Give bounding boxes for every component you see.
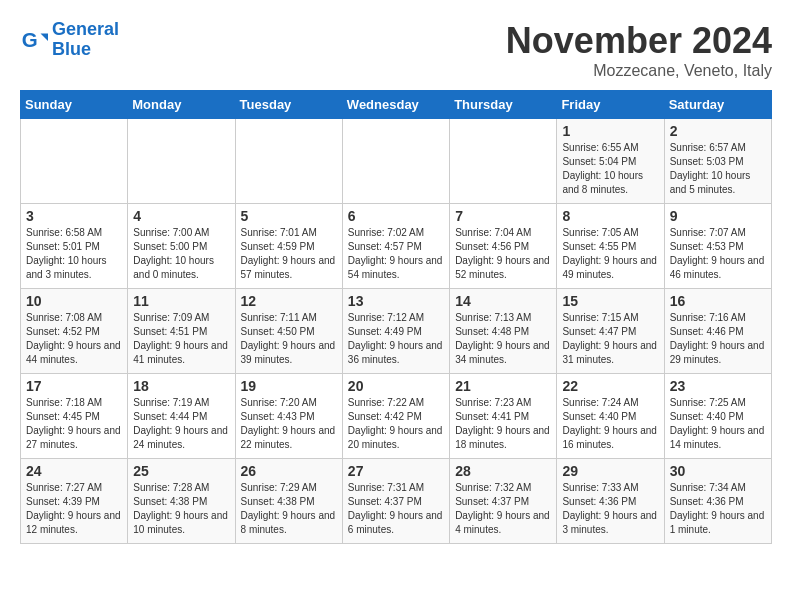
day-info: Sunrise: 7:07 AM Sunset: 4:53 PM Dayligh… [670, 226, 766, 282]
month-title: November 2024 [506, 20, 772, 62]
day-cell: 6Sunrise: 7:02 AM Sunset: 4:57 PM Daylig… [342, 204, 449, 289]
day-cell: 3Sunrise: 6:58 AM Sunset: 5:01 PM Daylig… [21, 204, 128, 289]
day-number: 5 [241, 208, 337, 224]
svg-marker-1 [41, 33, 48, 40]
day-number: 15 [562, 293, 658, 309]
day-number: 21 [455, 378, 551, 394]
day-number: 20 [348, 378, 444, 394]
day-info: Sunrise: 7:11 AM Sunset: 4:50 PM Dayligh… [241, 311, 337, 367]
day-info: Sunrise: 7:19 AM Sunset: 4:44 PM Dayligh… [133, 396, 229, 452]
week-row-5: 24Sunrise: 7:27 AM Sunset: 4:39 PM Dayli… [21, 459, 772, 544]
week-row-3: 10Sunrise: 7:08 AM Sunset: 4:52 PM Dayli… [21, 289, 772, 374]
day-info: Sunrise: 7:09 AM Sunset: 4:51 PM Dayligh… [133, 311, 229, 367]
col-header-saturday: Saturday [664, 91, 771, 119]
day-cell: 9Sunrise: 7:07 AM Sunset: 4:53 PM Daylig… [664, 204, 771, 289]
day-cell: 18Sunrise: 7:19 AM Sunset: 4:44 PM Dayli… [128, 374, 235, 459]
day-cell: 7Sunrise: 7:04 AM Sunset: 4:56 PM Daylig… [450, 204, 557, 289]
day-info: Sunrise: 7:18 AM Sunset: 4:45 PM Dayligh… [26, 396, 122, 452]
day-info: Sunrise: 7:04 AM Sunset: 4:56 PM Dayligh… [455, 226, 551, 282]
day-number: 25 [133, 463, 229, 479]
day-info: Sunrise: 7:32 AM Sunset: 4:37 PM Dayligh… [455, 481, 551, 537]
day-info: Sunrise: 7:33 AM Sunset: 4:36 PM Dayligh… [562, 481, 658, 537]
day-info: Sunrise: 7:13 AM Sunset: 4:48 PM Dayligh… [455, 311, 551, 367]
day-info: Sunrise: 7:01 AM Sunset: 4:59 PM Dayligh… [241, 226, 337, 282]
page-header: G General Blue November 2024 Mozzecane, … [20, 20, 772, 80]
day-cell: 13Sunrise: 7:12 AM Sunset: 4:49 PM Dayli… [342, 289, 449, 374]
day-cell: 17Sunrise: 7:18 AM Sunset: 4:45 PM Dayli… [21, 374, 128, 459]
week-row-2: 3Sunrise: 6:58 AM Sunset: 5:01 PM Daylig… [21, 204, 772, 289]
col-header-sunday: Sunday [21, 91, 128, 119]
day-cell: 21Sunrise: 7:23 AM Sunset: 4:41 PM Dayli… [450, 374, 557, 459]
day-cell: 20Sunrise: 7:22 AM Sunset: 4:42 PM Dayli… [342, 374, 449, 459]
svg-text:G: G [22, 27, 38, 50]
col-header-monday: Monday [128, 91, 235, 119]
day-info: Sunrise: 7:29 AM Sunset: 4:38 PM Dayligh… [241, 481, 337, 537]
day-info: Sunrise: 7:25 AM Sunset: 4:40 PM Dayligh… [670, 396, 766, 452]
day-cell: 23Sunrise: 7:25 AM Sunset: 4:40 PM Dayli… [664, 374, 771, 459]
day-number: 30 [670, 463, 766, 479]
day-number: 27 [348, 463, 444, 479]
day-info: Sunrise: 6:58 AM Sunset: 5:01 PM Dayligh… [26, 226, 122, 282]
week-row-1: 1Sunrise: 6:55 AM Sunset: 5:04 PM Daylig… [21, 119, 772, 204]
day-number: 10 [26, 293, 122, 309]
day-cell [235, 119, 342, 204]
col-header-wednesday: Wednesday [342, 91, 449, 119]
day-number: 24 [26, 463, 122, 479]
day-info: Sunrise: 7:05 AM Sunset: 4:55 PM Dayligh… [562, 226, 658, 282]
title-block: November 2024 Mozzecane, Veneto, Italy [506, 20, 772, 80]
day-info: Sunrise: 7:24 AM Sunset: 4:40 PM Dayligh… [562, 396, 658, 452]
day-cell: 15Sunrise: 7:15 AM Sunset: 4:47 PM Dayli… [557, 289, 664, 374]
day-number: 3 [26, 208, 122, 224]
day-number: 7 [455, 208, 551, 224]
day-cell: 5Sunrise: 7:01 AM Sunset: 4:59 PM Daylig… [235, 204, 342, 289]
day-info: Sunrise: 7:23 AM Sunset: 4:41 PM Dayligh… [455, 396, 551, 452]
day-cell: 16Sunrise: 7:16 AM Sunset: 4:46 PM Dayli… [664, 289, 771, 374]
day-cell: 26Sunrise: 7:29 AM Sunset: 4:38 PM Dayli… [235, 459, 342, 544]
day-number: 4 [133, 208, 229, 224]
day-cell: 19Sunrise: 7:20 AM Sunset: 4:43 PM Dayli… [235, 374, 342, 459]
day-info: Sunrise: 6:57 AM Sunset: 5:03 PM Dayligh… [670, 141, 766, 197]
day-cell: 29Sunrise: 7:33 AM Sunset: 4:36 PM Dayli… [557, 459, 664, 544]
day-cell [342, 119, 449, 204]
col-header-friday: Friday [557, 91, 664, 119]
location-subtitle: Mozzecane, Veneto, Italy [506, 62, 772, 80]
col-header-tuesday: Tuesday [235, 91, 342, 119]
day-cell: 2Sunrise: 6:57 AM Sunset: 5:03 PM Daylig… [664, 119, 771, 204]
week-row-4: 17Sunrise: 7:18 AM Sunset: 4:45 PM Dayli… [21, 374, 772, 459]
day-cell: 27Sunrise: 7:31 AM Sunset: 4:37 PM Dayli… [342, 459, 449, 544]
day-number: 1 [562, 123, 658, 139]
day-number: 12 [241, 293, 337, 309]
day-number: 11 [133, 293, 229, 309]
calendar-table: SundayMondayTuesdayWednesdayThursdayFrid… [20, 90, 772, 544]
day-info: Sunrise: 7:34 AM Sunset: 4:36 PM Dayligh… [670, 481, 766, 537]
day-number: 13 [348, 293, 444, 309]
col-header-thursday: Thursday [450, 91, 557, 119]
day-info: Sunrise: 7:08 AM Sunset: 4:52 PM Dayligh… [26, 311, 122, 367]
day-number: 17 [26, 378, 122, 394]
day-cell: 25Sunrise: 7:28 AM Sunset: 4:38 PM Dayli… [128, 459, 235, 544]
day-info: Sunrise: 7:20 AM Sunset: 4:43 PM Dayligh… [241, 396, 337, 452]
day-info: Sunrise: 7:16 AM Sunset: 4:46 PM Dayligh… [670, 311, 766, 367]
day-number: 29 [562, 463, 658, 479]
day-cell: 11Sunrise: 7:09 AM Sunset: 4:51 PM Dayli… [128, 289, 235, 374]
day-cell [128, 119, 235, 204]
day-cell: 30Sunrise: 7:34 AM Sunset: 4:36 PM Dayli… [664, 459, 771, 544]
day-cell: 28Sunrise: 7:32 AM Sunset: 4:37 PM Dayli… [450, 459, 557, 544]
day-info: Sunrise: 7:00 AM Sunset: 5:00 PM Dayligh… [133, 226, 229, 282]
day-cell [450, 119, 557, 204]
logo: G General Blue [20, 20, 119, 60]
day-cell: 10Sunrise: 7:08 AM Sunset: 4:52 PM Dayli… [21, 289, 128, 374]
day-info: Sunrise: 7:27 AM Sunset: 4:39 PM Dayligh… [26, 481, 122, 537]
day-number: 9 [670, 208, 766, 224]
day-cell: 24Sunrise: 7:27 AM Sunset: 4:39 PM Dayli… [21, 459, 128, 544]
day-number: 28 [455, 463, 551, 479]
day-info: Sunrise: 7:15 AM Sunset: 4:47 PM Dayligh… [562, 311, 658, 367]
day-number: 26 [241, 463, 337, 479]
day-number: 2 [670, 123, 766, 139]
day-number: 18 [133, 378, 229, 394]
day-info: Sunrise: 7:28 AM Sunset: 4:38 PM Dayligh… [133, 481, 229, 537]
day-cell: 14Sunrise: 7:13 AM Sunset: 4:48 PM Dayli… [450, 289, 557, 374]
day-cell: 12Sunrise: 7:11 AM Sunset: 4:50 PM Dayli… [235, 289, 342, 374]
header-row: SundayMondayTuesdayWednesdayThursdayFrid… [21, 91, 772, 119]
day-cell: 1Sunrise: 6:55 AM Sunset: 5:04 PM Daylig… [557, 119, 664, 204]
